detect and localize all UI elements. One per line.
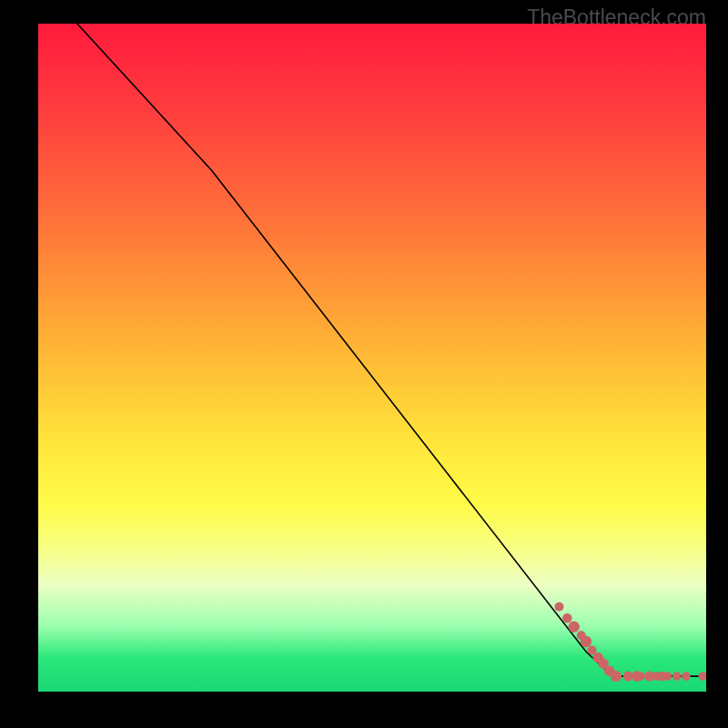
data-point: [682, 672, 691, 681]
data-point: [611, 671, 622, 682]
data-point: [663, 672, 672, 681]
chart-svg: [38, 24, 706, 692]
chart-frame: [38, 24, 706, 692]
data-point: [562, 613, 572, 623]
bottleneck-curve: [65, 24, 706, 676]
data-point: [699, 672, 707, 681]
data-point: [569, 622, 580, 632]
data-point: [672, 672, 682, 681]
data-point: [581, 636, 592, 647]
data-point: [555, 602, 564, 612]
data-point: [636, 672, 645, 681]
data-points: [555, 602, 707, 682]
